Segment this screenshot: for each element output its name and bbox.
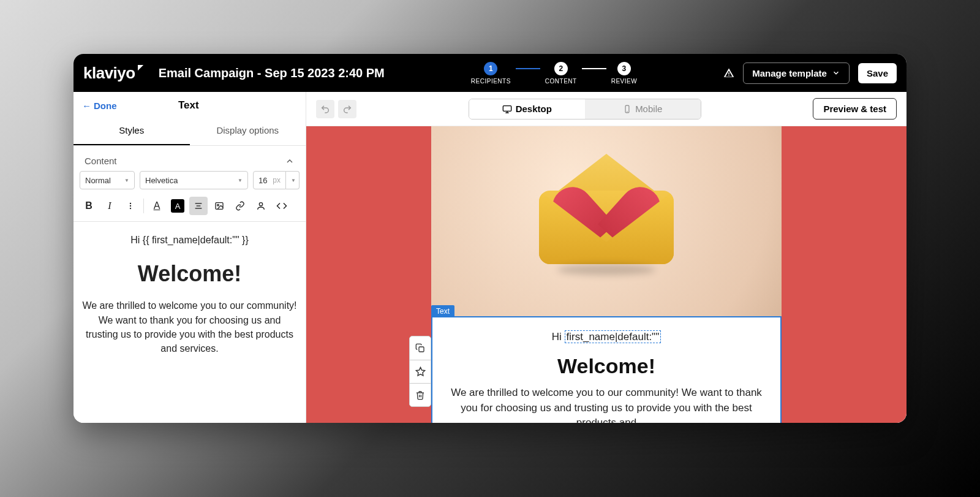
font-family-select[interactable]: Helvetica ▼ <box>140 171 248 189</box>
desktop-icon <box>502 104 512 114</box>
paragraph-style-select[interactable]: Normal ▼ <box>80 171 135 189</box>
font-family-value: Helvetica <box>145 176 178 185</box>
header-bar: klaviyo Email Campaign - Sep 15 2023 2:4… <box>74 54 907 92</box>
block-actions-toolbar <box>409 336 431 407</box>
step-circle: 2 <box>554 62 568 75</box>
viewport-toggle: Desktop Mobile <box>469 99 701 120</box>
redo-button[interactable] <box>338 100 356 118</box>
svg-rect-9 <box>503 105 511 111</box>
svg-point-7 <box>217 204 219 206</box>
separator <box>143 199 144 213</box>
editor-body: We are thrilled to welcome you to our co… <box>82 298 297 355</box>
app-window: klaviyo Email Campaign - Sep 15 2023 2:4… <box>74 54 907 423</box>
tab-styles[interactable]: Styles <box>74 116 190 145</box>
desktop-label: Desktop <box>516 104 552 114</box>
canvas-toolbar: Desktop Mobile Preview & test <box>306 92 907 126</box>
tab-display-options[interactable]: Display options <box>190 116 306 145</box>
email-frame: Text Hi first_name|default:"" Welcome! W… <box>431 126 782 423</box>
step-review[interactable]: 3 REVIEW <box>611 62 637 85</box>
sidebar-tabs: Styles Display options <box>74 116 306 146</box>
image-button[interactable] <box>210 197 228 215</box>
editor-greeting: Hi {{ first_name|default:"" }} <box>82 233 297 247</box>
duplicate-block-button[interactable] <box>410 336 431 360</box>
step-circle: 1 <box>484 62 497 75</box>
undo-button[interactable] <box>316 100 334 118</box>
font-size-stepper[interactable]: ▼ <box>286 171 300 189</box>
section-label: Content <box>85 156 117 166</box>
block-type-tag: Text <box>431 305 454 317</box>
email-greeting: Hi first_name|default:"" <box>451 331 762 343</box>
save-label: Save <box>867 68 888 78</box>
favorite-block-button[interactable] <box>410 360 431 383</box>
svg-point-8 <box>259 203 262 206</box>
heart-icon <box>570 163 643 224</box>
dropdown-icon: ▼ <box>291 178 296 183</box>
body: ← Done Text Styles Display options Conte… <box>74 92 907 423</box>
header-actions: Manage template Save <box>723 63 897 84</box>
manage-template-button[interactable]: Manage template <box>743 63 850 84</box>
svg-point-0 <box>130 203 131 204</box>
link-button[interactable] <box>231 197 249 215</box>
italic-button[interactable]: I <box>100 197 119 215</box>
desktop-view-button[interactable]: Desktop <box>469 99 585 119</box>
email-heading: Welcome! <box>451 354 762 378</box>
format-selects: Normal ▼ Helvetica ▼ 16 px ▼ <box>74 171 306 194</box>
chevron-up-icon <box>285 156 295 166</box>
bold-button[interactable]: B <box>80 197 98 215</box>
step-label: REVIEW <box>611 78 637 85</box>
logo: klaviyo <box>83 64 144 83</box>
mobile-view-button[interactable]: Mobile <box>585 99 701 119</box>
sidebar-header: ← Done Text <box>74 92 306 116</box>
chevron-down-icon <box>832 69 840 77</box>
save-button[interactable]: Save <box>858 63 897 83</box>
step-connector <box>516 68 540 69</box>
wizard-steps: 1 RECIPIENTS 2 CONTENT 3 REVIEW <box>471 62 637 85</box>
code-button[interactable] <box>273 197 291 215</box>
dropdown-icon: ▼ <box>238 178 243 183</box>
mobile-label: Mobile <box>635 104 662 114</box>
align-button[interactable] <box>189 197 208 215</box>
svg-point-2 <box>130 208 131 209</box>
more-format-button[interactable] <box>121 197 140 215</box>
editor-area[interactable]: Hi {{ first_name|default:"" }} Welcome! … <box>74 222 306 366</box>
warning-icon[interactable] <box>723 67 734 78</box>
hero-image[interactable] <box>431 126 782 316</box>
step-connector <box>582 68 606 69</box>
text-block-selected[interactable]: Text Hi first_name|default:"" Welcome! W… <box>431 316 782 423</box>
email-canvas[interactable]: Text Hi first_name|default:"" Welcome! W… <box>306 126 907 423</box>
manage-template-label: Manage template <box>752 68 827 78</box>
sidebar: ← Done Text Styles Display options Conte… <box>74 92 306 423</box>
preview-test-button[interactable]: Preview & test <box>813 98 897 120</box>
dropdown-icon: ▼ <box>124 178 129 183</box>
text-color-button[interactable]: A <box>148 197 166 215</box>
merge-tag-placeholder[interactable]: first_name|default:"" <box>565 330 662 343</box>
paragraph-style-value: Normal <box>85 176 111 185</box>
main-area: Desktop Mobile Preview & test <box>306 92 907 423</box>
preview-label: Preview & test <box>823 104 886 114</box>
delete-block-button[interactable] <box>410 383 431 406</box>
font-size-value: 16 <box>258 176 267 185</box>
greeting-prefix: Hi <box>552 331 565 343</box>
campaign-title: Email Campaign - Sep 15 2023 2:40 PM <box>159 66 385 80</box>
email-body: We are thrilled to welcome you to our co… <box>451 385 762 423</box>
envelope-shadow <box>557 264 655 275</box>
step-content[interactable]: 2 CONTENT <box>545 62 577 85</box>
mobile-icon <box>623 105 631 113</box>
undo-redo-group <box>316 100 356 118</box>
svg-marker-15 <box>416 367 424 375</box>
envelope-illustration <box>539 172 674 270</box>
step-label: RECIPIENTS <box>471 78 511 85</box>
highlight-color-button[interactable]: A <box>168 199 187 213</box>
section-content-header[interactable]: Content <box>74 146 306 171</box>
svg-rect-14 <box>419 347 424 352</box>
step-label: CONTENT <box>545 78 577 85</box>
step-recipients[interactable]: 1 RECIPIENTS <box>471 62 511 85</box>
font-size-unit: px <box>273 176 281 184</box>
font-size-group: 16 px ▼ <box>253 171 300 189</box>
font-size-input[interactable]: 16 px <box>253 171 286 189</box>
editor-heading: Welcome! <box>82 258 297 290</box>
personalization-button[interactable] <box>252 197 270 215</box>
panel-title: Text <box>80 99 298 112</box>
svg-point-1 <box>130 205 131 207</box>
format-toolbar: B I A A <box>74 194 306 222</box>
